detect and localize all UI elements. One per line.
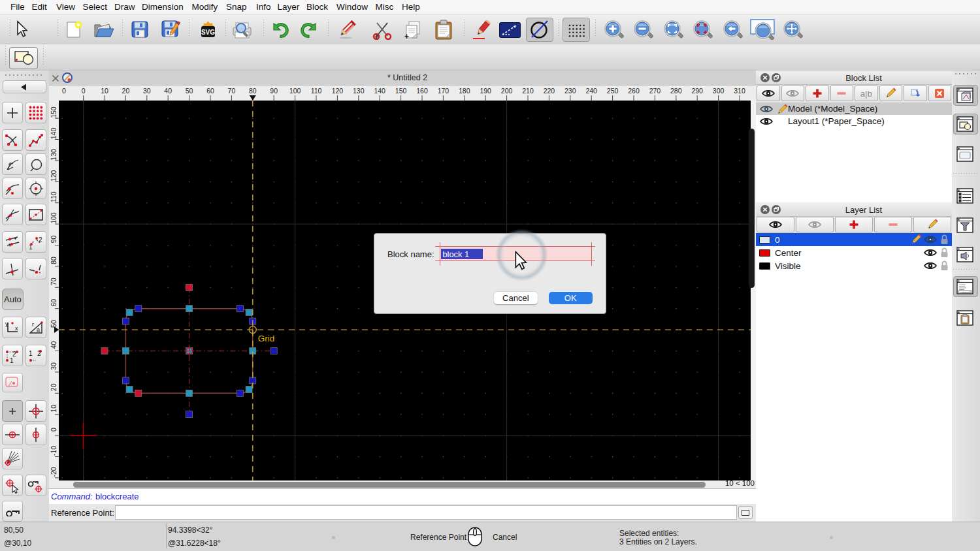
svg-text:170: 170 [438,87,449,95]
svg-text:1: 1 [29,350,33,357]
svg-text:230: 230 [564,87,576,95]
svg-text:70: 70 [228,87,236,95]
svg-text:60: 60 [50,299,57,307]
svg-text:90: 90 [50,236,57,244]
svg-text:1: 1 [10,357,14,364]
svg-text:280: 280 [670,87,682,95]
svg-text:130: 130 [50,149,57,161]
svg-text:y: y [5,321,8,327]
svg-text:100: 100 [289,87,301,95]
svg-text:200: 200 [501,87,513,95]
svg-text:310: 310 [734,87,745,95]
svg-text:+: + [404,32,409,40]
svg-text:20: 20 [122,87,130,95]
svg-text:180: 180 [459,87,470,95]
svg-text:60: 60 [206,87,214,95]
svg-text:270: 270 [649,87,661,95]
svg-text:-20: -20 [50,467,57,477]
svg-text:a: a [37,326,40,333]
svg-text:110: 110 [50,191,57,202]
svg-text:30: 30 [143,87,151,95]
svg-text:80: 80 [249,87,257,95]
svg-text:150: 150 [50,106,57,118]
svg-text:+: + [374,33,378,40]
svg-text:140: 140 [374,87,385,95]
svg-text:0: 0 [50,428,57,432]
svg-text:10: 10 [101,87,108,95]
svg-text:0: 0 [62,87,66,95]
svg-text:40: 40 [50,341,57,349]
svg-text:40: 40 [164,87,172,95]
svg-text:Grid: Grid [258,334,275,343]
svg-text:120: 120 [332,87,344,95]
svg-text:20: 20 [50,383,57,391]
svg-text:0: 0 [82,87,86,95]
svg-text:90: 90 [270,87,278,95]
svg-text:80: 80 [50,257,57,264]
svg-text:260: 260 [628,87,640,95]
svg-text:-10: -10 [50,446,57,456]
svg-text:210: 210 [522,87,534,95]
svg-text:110: 110 [311,87,322,95]
svg-text:220: 220 [544,87,555,95]
svg-text:r: r [32,321,34,328]
svg-text:30: 30 [50,362,57,370]
svg-text:10: 10 [50,405,57,413]
svg-text:240: 240 [585,87,597,95]
svg-text:2: 2 [37,350,41,357]
svg-text:100: 100 [50,212,57,224]
svg-text:250: 250 [607,87,619,95]
svg-text:150: 150 [395,87,407,95]
svg-text:130: 130 [353,87,365,95]
svg-text:50: 50 [186,87,193,95]
svg-text:SVG: SVG [201,29,215,36]
svg-text:120: 120 [50,170,57,181]
svg-text:140: 140 [50,128,57,140]
svg-text:300: 300 [713,87,725,95]
svg-text:70: 70 [50,277,57,285]
svg-text:190: 190 [480,87,491,95]
svg-text:command: command [960,291,970,294]
svg-text:x: x [15,325,18,332]
svg-text:290: 290 [691,87,703,95]
svg-text:160: 160 [416,87,428,95]
svg-text:50: 50 [50,320,57,328]
